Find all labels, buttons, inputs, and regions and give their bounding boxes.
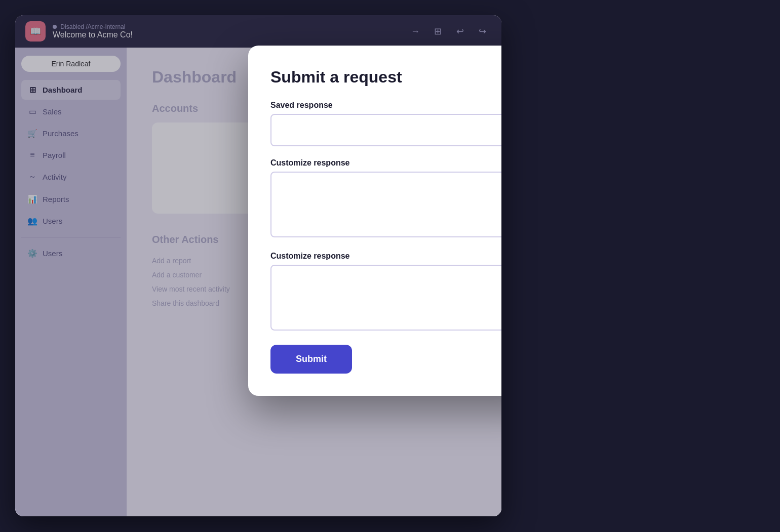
submit-request-modal: Submit a request Saved response Customiz…: [248, 46, 501, 396]
modal-title: Submit a request: [270, 68, 501, 87]
customize-response-label-1: Customize response: [270, 158, 501, 168]
submit-button[interactable]: Submit: [270, 345, 352, 374]
app-window: 📖 Disabled /Acme-Internal Welcome to Acm…: [15, 15, 501, 516]
saved-response-input[interactable]: [270, 114, 501, 146]
customize-response-textarea-1[interactable]: [270, 172, 501, 237]
customize-response-textarea-2[interactable]: [270, 265, 501, 331]
saved-response-label: Saved response: [270, 101, 501, 110]
customize-response-label-2: Customize response: [270, 252, 501, 261]
